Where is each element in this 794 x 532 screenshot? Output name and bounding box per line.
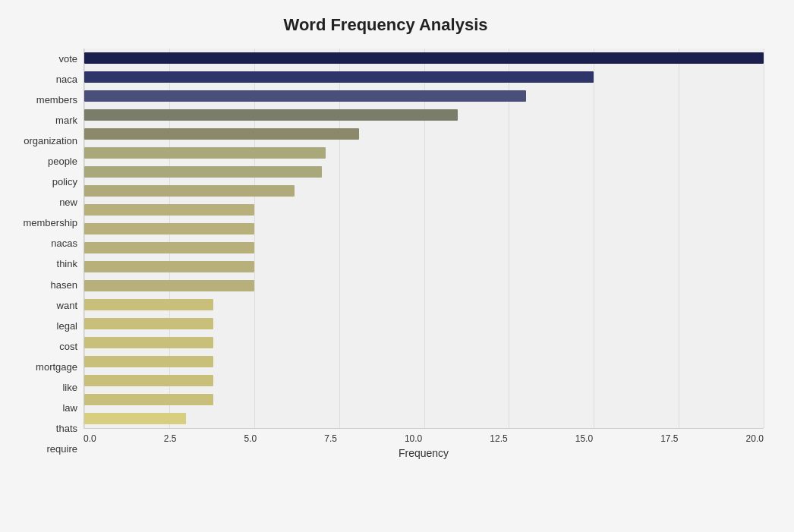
bar-row (84, 124, 764, 143)
y-label: organization (24, 136, 77, 146)
bars-and-xaxis: 0.02.55.07.510.012.515.017.520.0 Frequen… (83, 49, 764, 459)
bar-row (84, 333, 764, 352)
y-label: want (57, 301, 77, 310)
y-label: members (36, 95, 77, 105)
bar (84, 299, 213, 310)
bar-row (84, 276, 764, 295)
bar-row (84, 143, 764, 162)
bar (84, 109, 458, 121)
x-tick: 10.0 (405, 433, 422, 444)
bar-row (84, 409, 764, 428)
x-tick: 5.0 (244, 433, 257, 444)
bar (84, 185, 295, 197)
y-label: naca (56, 74, 77, 84)
bar (84, 52, 764, 64)
y-label: require (47, 444, 77, 454)
y-label: people (48, 156, 77, 166)
bar (84, 128, 359, 140)
bar (84, 413, 186, 424)
bar-row (84, 162, 764, 181)
bar (84, 356, 213, 367)
bar-row (84, 49, 764, 68)
x-axis: 0.02.55.07.510.012.515.017.520.0 (83, 429, 764, 444)
bar (84, 242, 254, 253)
bar-row (84, 390, 764, 409)
y-label: thats (56, 423, 77, 433)
bar-row (84, 181, 764, 200)
y-label: policy (52, 177, 77, 187)
grid-line (764, 49, 764, 428)
x-tick: 2.5 (164, 433, 177, 444)
y-label: law (62, 403, 77, 413)
y-label: mark (55, 115, 77, 125)
y-label: nacas (51, 238, 77, 248)
y-label: vote (58, 54, 77, 64)
x-axis-label: Frequency (83, 447, 764, 459)
bar-row (84, 105, 764, 124)
chart-title: Word Frequency Analysis (8, 15, 764, 35)
x-tick: 17.5 (660, 433, 678, 444)
bar (84, 166, 322, 178)
x-tick: 0.0 (83, 433, 96, 444)
bar (84, 90, 526, 102)
bar (84, 71, 594, 83)
bar (84, 147, 326, 159)
x-tick: 20.0 (746, 433, 764, 444)
x-tick: 12.5 (490, 433, 507, 444)
y-label: think (57, 259, 77, 269)
bar (84, 318, 213, 329)
bar-row (84, 238, 764, 257)
bar (84, 394, 213, 405)
y-label: membership (23, 218, 77, 228)
bars-wrapper (83, 49, 764, 429)
y-label: hasen (51, 280, 77, 290)
bar-row (84, 87, 764, 105)
bar (84, 375, 213, 386)
bar-row (84, 314, 764, 333)
chart-container: Word Frequency Analysis votenacamembersm… (0, 0, 794, 532)
bar (84, 261, 254, 272)
bar-row (84, 219, 764, 238)
bar-row (84, 352, 764, 371)
bar-row (84, 200, 764, 219)
y-label: legal (57, 321, 77, 331)
bar-row (84, 295, 764, 314)
bar (84, 337, 213, 348)
y-labels: votenacamembersmarkorganizationpeoplepol… (8, 49, 83, 459)
x-tick: 15.0 (575, 433, 593, 444)
x-tick: 7.5 (324, 433, 337, 444)
bar-row (84, 257, 764, 276)
bar (84, 223, 254, 235)
bar-row (84, 371, 764, 390)
bar (84, 280, 254, 291)
bar (84, 204, 254, 216)
y-label: like (62, 382, 77, 392)
y-label: cost (59, 342, 77, 351)
bar-row (84, 68, 764, 87)
y-label: mortgage (36, 362, 77, 372)
y-label: new (59, 197, 77, 207)
chart-area: votenacamembersmarkorganizationpeoplepol… (8, 49, 764, 459)
